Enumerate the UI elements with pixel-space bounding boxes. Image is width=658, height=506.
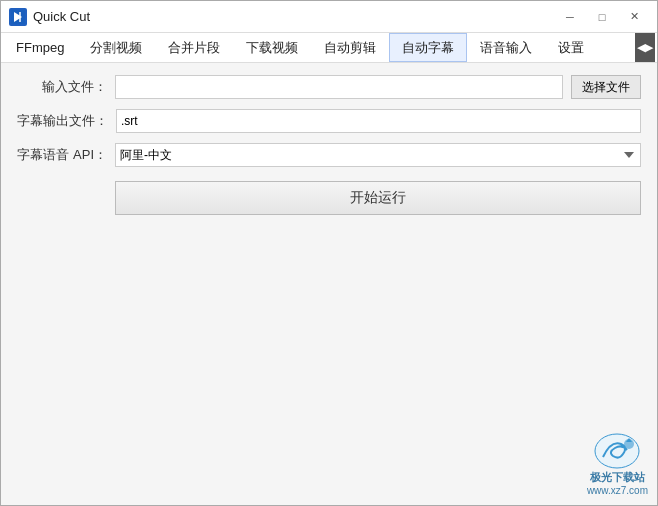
window-controls: ─ □ ✕ [555, 6, 649, 28]
watermark-url: www.xz7.com [587, 485, 648, 496]
subtitle-api-row: 字幕语音 API： 阿里-中文 阿里-英文 百度-中文 [17, 143, 641, 167]
subtitle-api-label: 字幕语音 API： [17, 146, 107, 164]
run-row: 开始运行 [17, 177, 641, 215]
menu-split-video[interactable]: 分割视频 [77, 33, 155, 62]
content-area: 输入文件： 选择文件 字幕输出文件： 字幕语音 API： 阿里-中文 阿里-英文… [1, 63, 657, 505]
input-file-label: 输入文件： [17, 78, 107, 96]
menu-download-video[interactable]: 下载视频 [233, 33, 311, 62]
input-file-row: 输入文件： 选择文件 [17, 75, 641, 99]
svg-point-3 [595, 434, 639, 468]
watermark-site: 极光下载站 [590, 470, 645, 485]
close-button[interactable]: ✕ [619, 6, 649, 28]
subtitle-api-select[interactable]: 阿里-中文 阿里-英文 百度-中文 [115, 143, 641, 167]
subtitle-output-row: 字幕输出文件： [17, 109, 641, 133]
main-window: Quick Cut ─ □ ✕ FFmpeg 分割视频 合并片段 下载视频 自动… [0, 0, 658, 506]
content-spacer [17, 225, 641, 493]
run-button[interactable]: 开始运行 [115, 181, 641, 215]
browse-button[interactable]: 选择文件 [571, 75, 641, 99]
menu-auto-subtitle[interactable]: 自动字幕 [389, 33, 467, 62]
menu-settings[interactable]: 设置 [545, 33, 597, 62]
menu-merge-segments[interactable]: 合并片段 [155, 33, 233, 62]
subtitle-output-label: 字幕输出文件： [17, 112, 108, 130]
maximize-button[interactable]: □ [587, 6, 617, 28]
app-title: Quick Cut [33, 9, 555, 24]
menu-bar: FFmpeg 分割视频 合并片段 下载视频 自动剪辑 自动字幕 语音输入 设置 … [1, 33, 657, 63]
subtitle-output-field[interactable] [116, 109, 641, 133]
menu-ffmpeg[interactable]: FFmpeg [3, 33, 77, 62]
minimize-button[interactable]: ─ [555, 6, 585, 28]
app-icon [9, 8, 27, 26]
menu-voice-input[interactable]: 语音输入 [467, 33, 545, 62]
menu-auto-cut[interactable]: 自动剪辑 [311, 33, 389, 62]
menu-scroll-arrow[interactable]: ◀▶ [635, 33, 655, 62]
title-bar: Quick Cut ─ □ ✕ [1, 1, 657, 33]
watermark: 极光下载站 www.xz7.com [587, 432, 648, 496]
input-file-field[interactable] [115, 75, 563, 99]
